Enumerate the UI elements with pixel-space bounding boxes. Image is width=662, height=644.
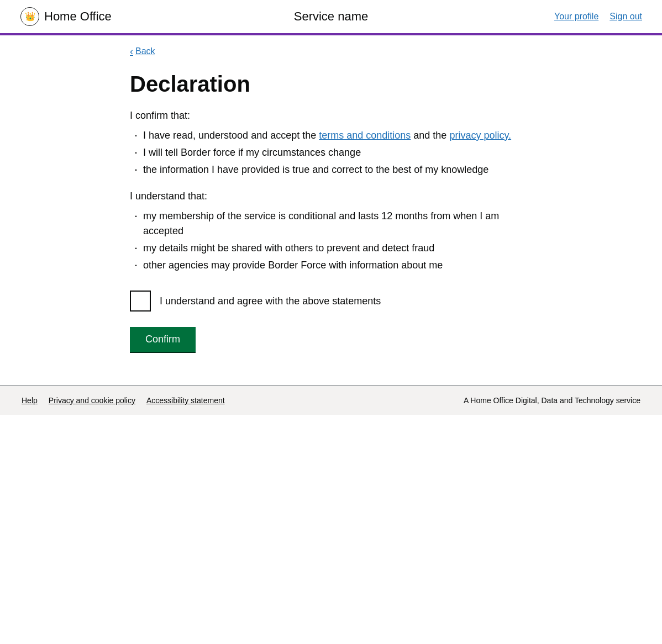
footer-links: Help Privacy and cookie policy Accessibi…: [22, 396, 225, 405]
list-item: the information I have provided is true …: [130, 162, 532, 177]
list-item: I will tell Border force if my circumsta…: [130, 145, 532, 160]
svg-text:👑: 👑: [25, 11, 36, 22]
footer-info: A Home Office Digital, Data and Technolo…: [464, 396, 640, 405]
service-name: Service name: [294, 9, 369, 24]
understand-item-1: my membership of the service is conditio…: [143, 210, 499, 236]
main-content: Back Declaration I confirm that: I have …: [0, 35, 662, 385]
site-footer: Help Privacy and cookie policy Accessibi…: [0, 385, 662, 415]
list-item: I have read, understood and accept the t…: [130, 128, 532, 143]
confirm-button[interactable]: Confirm: [130, 327, 196, 352]
understand-list: my membership of the service is conditio…: [130, 209, 532, 273]
terms-conditions-link[interactable]: terms and conditions: [319, 130, 411, 141]
confirm-list: I have read, understood and accept the t…: [130, 128, 532, 177]
org-name: Home Office: [44, 9, 112, 24]
list-item: other agencies may provide Border Force …: [130, 258, 532, 273]
understand-item-2: my details might be shared with others t…: [143, 242, 434, 254]
org-logo: 👑 Home Office: [20, 7, 112, 27]
site-header: 👑 Home Office Service name Your profile …: [0, 0, 662, 35]
confirm-item-3: the information I have provided is true …: [143, 164, 488, 175]
checkbox-label[interactable]: I understand and agree with the above st…: [160, 295, 381, 307]
agreement-checkbox[interactable]: [130, 291, 151, 312]
crown-icon: 👑: [20, 7, 40, 27]
list-item: my membership of the service is conditio…: [130, 209, 532, 239]
back-link[interactable]: Back: [130, 46, 155, 56]
agreement-checkbox-group: I understand and agree with the above st…: [130, 291, 532, 312]
confirm-item-2: I will tell Border force if my circumsta…: [143, 147, 361, 158]
footer-help-link[interactable]: Help: [22, 396, 38, 405]
confirm-intro: I confirm that:: [130, 110, 532, 122]
header-nav: Your profile Sign out: [554, 12, 642, 22]
confirm-item-1-text-middle: and the: [411, 130, 449, 141]
privacy-policy-link[interactable]: privacy policy.: [449, 130, 511, 141]
list-item: my details might be shared with others t…: [130, 241, 532, 256]
footer-accessibility-link[interactable]: Accessibility statement: [146, 396, 225, 405]
page-title: Declaration: [130, 72, 532, 97]
footer-privacy-link[interactable]: Privacy and cookie policy: [49, 396, 135, 405]
understand-intro: I understand that:: [130, 191, 532, 202]
your-profile-link[interactable]: Your profile: [554, 12, 598, 22]
sign-out-link[interactable]: Sign out: [610, 12, 642, 22]
confirm-item-1-text-before: I have read, understood and accept the: [143, 130, 319, 141]
understand-item-3: other agencies may provide Border Force …: [143, 260, 443, 271]
